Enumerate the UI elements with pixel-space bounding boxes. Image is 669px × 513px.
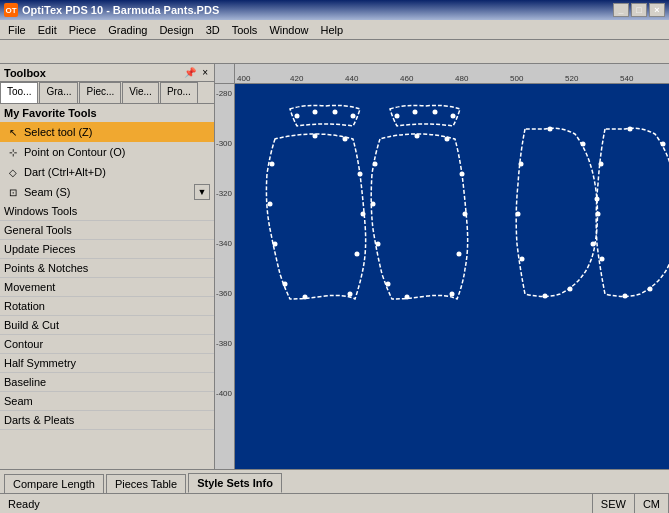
toolbox-tabs: Too... Gra... Piec... Vie... Pro... bbox=[0, 82, 214, 104]
svg-point-26 bbox=[463, 212, 468, 217]
svg-point-4 bbox=[395, 114, 400, 119]
status-sew: SEW bbox=[593, 494, 635, 513]
tool-point-on-contour[interactable]: ⊹ Point on Contour (O) bbox=[0, 142, 214, 162]
category-points-notches[interactable]: Points & Notches bbox=[0, 259, 214, 278]
svg-point-14 bbox=[358, 172, 363, 177]
bottom-tabs: Compare Length Pieces Table Style Sets I… bbox=[0, 469, 669, 493]
ruler-tick-420: 420 bbox=[290, 74, 303, 83]
category-general-tools[interactable]: General Tools bbox=[0, 221, 214, 240]
svg-point-35 bbox=[591, 242, 596, 247]
ruler-tick-440: 440 bbox=[345, 74, 358, 83]
category-windows-tools[interactable]: Windows Tools bbox=[0, 202, 214, 221]
svg-point-22 bbox=[386, 282, 391, 287]
svg-point-3 bbox=[351, 114, 356, 119]
tool-point-label: Point on Contour (O) bbox=[24, 146, 126, 158]
menu-grading[interactable]: Grading bbox=[102, 22, 153, 38]
category-movement[interactable]: Movement bbox=[0, 278, 214, 297]
menu-design[interactable]: Design bbox=[153, 22, 199, 38]
maximize-button[interactable]: □ bbox=[631, 3, 647, 17]
category-contour[interactable]: Contour bbox=[0, 335, 214, 354]
svg-point-2 bbox=[333, 110, 338, 115]
window-controls[interactable]: _ □ × bbox=[613, 3, 665, 17]
minimize-button[interactable]: _ bbox=[613, 3, 629, 17]
svg-point-39 bbox=[599, 162, 604, 167]
favorites-section: My Favorite Tools ↖ Select tool (Z) ⊹ Po… bbox=[0, 104, 214, 202]
svg-point-33 bbox=[543, 294, 548, 299]
toolbox-close-button[interactable]: × bbox=[200, 67, 210, 78]
select-tool-icon: ↖ bbox=[6, 125, 20, 139]
menu-window[interactable]: Window bbox=[263, 22, 314, 38]
tab-pieces-table[interactable]: Pieces Table bbox=[106, 474, 186, 493]
category-update-pieces[interactable]: Update Pieces bbox=[0, 240, 214, 259]
tab-view[interactable]: Vie... bbox=[122, 82, 159, 103]
canvas-area[interactable]: 400 420 440 460 480 500 520 540 -280 -30… bbox=[215, 64, 669, 469]
svg-point-9 bbox=[268, 202, 273, 207]
ruler-tick-540: 540 bbox=[620, 74, 633, 83]
ruler-horizontal: 400 420 440 460 480 500 520 540 bbox=[235, 64, 669, 84]
point-on-contour-icon: ⊹ bbox=[6, 145, 20, 159]
category-half-symmetry[interactable]: Half Symmetry bbox=[0, 354, 214, 373]
toolbox-header: Toolbox 📌 × bbox=[0, 64, 214, 82]
svg-point-28 bbox=[450, 292, 455, 297]
ruler-tick-460: 460 bbox=[400, 74, 413, 83]
status-cm-text: CM bbox=[643, 498, 660, 510]
svg-point-16 bbox=[355, 252, 360, 257]
toolbox-content: My Favorite Tools ↖ Select tool (Z) ⊹ Po… bbox=[0, 104, 214, 469]
menu-help[interactable]: Help bbox=[315, 22, 350, 38]
menu-tools[interactable]: Tools bbox=[226, 22, 264, 38]
menu-bar: File Edit Piece Grading Design 3D Tools … bbox=[0, 20, 669, 40]
svg-point-21 bbox=[376, 242, 381, 247]
svg-point-5 bbox=[413, 110, 418, 115]
close-button[interactable]: × bbox=[649, 3, 665, 17]
ruler-tick-520: 520 bbox=[565, 74, 578, 83]
tool-seam[interactable]: ⊡ Seam (S) ▼ bbox=[0, 182, 214, 202]
toolbox-pin-button[interactable]: 📌 bbox=[182, 67, 198, 78]
menu-file[interactable]: File bbox=[2, 22, 32, 38]
tool-dart-label: Dart (Ctrl+Alt+D) bbox=[24, 166, 106, 178]
svg-point-6 bbox=[433, 110, 438, 115]
svg-point-23 bbox=[415, 134, 420, 139]
svg-point-8 bbox=[270, 162, 275, 167]
svg-point-30 bbox=[519, 162, 524, 167]
svg-point-7 bbox=[451, 114, 456, 119]
seam-dropdown-arrow[interactable]: ▼ bbox=[194, 184, 210, 200]
tool-select[interactable]: ↖ Select tool (Z) bbox=[0, 122, 214, 142]
ruler-corner bbox=[215, 64, 235, 84]
tab-tools[interactable]: Too... bbox=[0, 82, 38, 103]
category-seam[interactable]: Seam bbox=[0, 392, 214, 411]
svg-point-15 bbox=[361, 212, 366, 217]
status-bar: Ready SEW CM bbox=[0, 493, 669, 513]
toolbox-title: Toolbox bbox=[4, 67, 46, 79]
category-build-cut[interactable]: Build & Cut bbox=[0, 316, 214, 335]
menu-piece[interactable]: Piece bbox=[63, 22, 103, 38]
tab-pieces[interactable]: Piec... bbox=[79, 82, 121, 103]
svg-point-20 bbox=[371, 202, 376, 207]
ruler-vertical: -280 -300 -320 -340 -360 -380 -400 bbox=[215, 84, 235, 469]
dart-icon: ◇ bbox=[6, 165, 20, 179]
status-ready-text: Ready bbox=[8, 498, 40, 510]
svg-point-40 bbox=[596, 212, 601, 217]
tool-dart[interactable]: ◇ Dart (Ctrl+Alt+D) bbox=[0, 162, 214, 182]
tab-compare-length[interactable]: Compare Length bbox=[4, 474, 104, 493]
toolbar bbox=[0, 40, 669, 64]
category-baseline[interactable]: Baseline bbox=[0, 373, 214, 392]
menu-3d[interactable]: 3D bbox=[200, 22, 226, 38]
ruler-tick-500: 500 bbox=[510, 74, 523, 83]
tab-style-sets-info[interactable]: Style Sets Info bbox=[188, 473, 282, 493]
tab-grading[interactable]: Gra... bbox=[39, 82, 78, 103]
svg-point-38 bbox=[548, 127, 553, 132]
svg-point-18 bbox=[303, 295, 308, 300]
canvas-drawing[interactable] bbox=[235, 84, 669, 469]
svg-point-19 bbox=[373, 162, 378, 167]
category-darts-pleats[interactable]: Darts & Pleats bbox=[0, 411, 214, 430]
svg-point-12 bbox=[313, 134, 318, 139]
menu-edit[interactable]: Edit bbox=[32, 22, 63, 38]
tab-pro[interactable]: Pro... bbox=[160, 82, 198, 103]
svg-point-29 bbox=[405, 295, 410, 300]
svg-point-1 bbox=[313, 110, 318, 115]
ruler-tick-v-340: -340 bbox=[216, 239, 232, 248]
ruler-tick-v-300: -300 bbox=[216, 139, 232, 148]
category-rotation[interactable]: Rotation bbox=[0, 297, 214, 316]
ruler-tick-v-320: -320 bbox=[216, 189, 232, 198]
svg-point-25 bbox=[460, 172, 465, 177]
